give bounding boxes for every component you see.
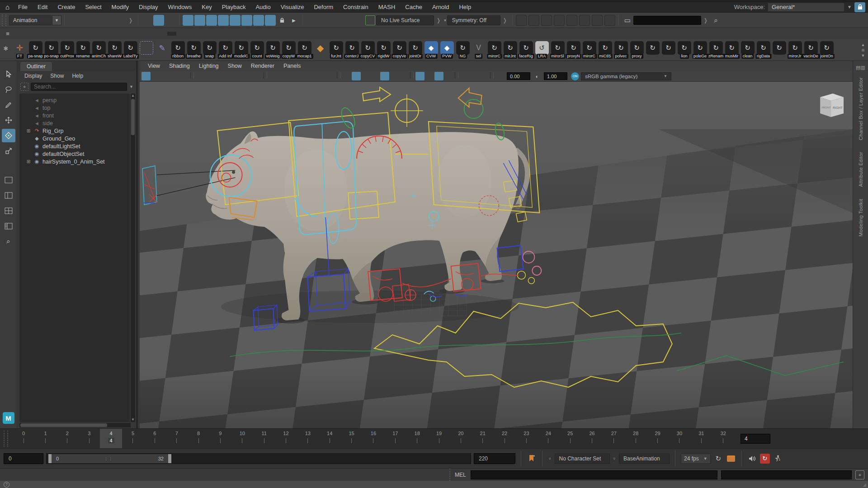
shelf-tab[interactable] bbox=[86, 32, 95, 36]
selection-mask-button[interactable] bbox=[165, 15, 176, 26]
playback-loop-button[interactable]: ↻ bbox=[713, 454, 723, 464]
outliner-item[interactable]: Ground_Geo bbox=[19, 135, 130, 142]
current-frame-field[interactable]: 4 bbox=[741, 434, 770, 444]
shelf-button[interactable]: miCtlS bbox=[597, 41, 613, 60]
viewport-menu-item[interactable]: Show bbox=[223, 62, 246, 70]
viewport-toolbar-button[interactable] bbox=[410, 72, 414, 79]
timeline-frame[interactable]: 1 bbox=[34, 429, 56, 448]
viewport-toolbar-button[interactable] bbox=[352, 72, 361, 80]
sidebar-vertical-tab[interactable]: Attribute Editor bbox=[858, 152, 863, 187]
viewport-toolbar-button[interactable] bbox=[380, 72, 389, 80]
help-icon[interactable]: ? bbox=[4, 482, 9, 488]
shelf-tab[interactable] bbox=[167, 32, 176, 36]
shelf-button[interactable]: Add Inf bbox=[217, 41, 233, 60]
timeline-frame[interactable]: 4 4 bbox=[100, 429, 122, 448]
shelf-button[interactable] bbox=[312, 41, 328, 60]
playback-button[interactable] bbox=[776, 437, 779, 440]
history-button[interactable] bbox=[330, 15, 340, 26]
playback-range[interactable]: 0 ⋮⋮ 32 bbox=[48, 454, 171, 463]
viewport-toolbar-button[interactable] bbox=[234, 72, 243, 80]
render-button[interactable] bbox=[566, 15, 577, 26]
render-button[interactable] bbox=[541, 15, 552, 26]
snap-button[interactable] bbox=[206, 15, 217, 26]
viewport-toolbar-button[interactable] bbox=[495, 72, 505, 80]
menu-item[interactable]: Display bbox=[134, 3, 163, 11]
viewport-toolbar-button[interactable] bbox=[243, 72, 252, 80]
viewport-toolbar-button[interactable] bbox=[425, 72, 434, 80]
viewport-toolbar-button[interactable] bbox=[297, 72, 307, 80]
timeline-frame[interactable]: 16 bbox=[363, 429, 384, 448]
shelf-button[interactable]: po-snap bbox=[43, 41, 59, 60]
animation-preferences-button[interactable] bbox=[773, 454, 783, 464]
file-button[interactable] bbox=[103, 15, 114, 26]
layout-single-pane-button[interactable] bbox=[2, 173, 15, 187]
filter-icon[interactable]: ⌖ bbox=[20, 83, 28, 91]
sidebar-mini-icon[interactable]: ▤ bbox=[856, 65, 860, 70]
shelf-tab[interactable] bbox=[131, 32, 140, 36]
shelf-tab[interactable] bbox=[158, 32, 167, 36]
shelf-tab[interactable] bbox=[185, 32, 194, 36]
viewport-toolbar-button[interactable] bbox=[342, 72, 351, 80]
viewport-toolbar-button[interactable] bbox=[170, 72, 179, 80]
render-button[interactable] bbox=[604, 15, 615, 26]
outliner-item[interactable]: front bbox=[19, 112, 130, 119]
shelf-tab[interactable] bbox=[59, 32, 68, 36]
outliner-menu-item[interactable]: Show bbox=[46, 72, 68, 80]
shelf-button[interactable]: vacinDe bbox=[803, 41, 819, 60]
exposure-field[interactable]: 0.00 bbox=[507, 72, 530, 80]
shelf-button[interactable]: shareW bbox=[107, 41, 123, 60]
viewport-menu-item[interactable]: Panels bbox=[279, 62, 305, 70]
shelf-button[interactable]: proxyN bbox=[566, 41, 581, 60]
shelf-button[interactable] bbox=[771, 41, 787, 60]
chevron-down-icon[interactable]: ▼ bbox=[129, 84, 133, 89]
shelf-button[interactable]: faceRig bbox=[518, 41, 534, 60]
outliner-vscrollbar[interactable]: ▲▼ bbox=[131, 94, 135, 422]
chevron-down-icon[interactable]: ▾ bbox=[444, 18, 446, 23]
character-set-dropdown[interactable]: No Character Set bbox=[555, 454, 610, 464]
timeline-frame[interactable]: 0 bbox=[13, 429, 34, 448]
shelf-tab[interactable] bbox=[41, 32, 50, 36]
selection-mask-button[interactable] bbox=[153, 15, 164, 26]
sidebar-toggle-button[interactable] bbox=[827, 15, 838, 26]
menu-item[interactable]: Edit bbox=[33, 3, 52, 11]
snap-button[interactable] bbox=[253, 15, 264, 26]
shelf-button[interactable] bbox=[645, 41, 660, 60]
view-cube[interactable]: FRONT RIGHT bbox=[820, 94, 844, 117]
timeline-grip[interactable] bbox=[4, 431, 8, 446]
menu-item[interactable]: Key bbox=[197, 3, 217, 11]
layout-two-pane-button[interactable] bbox=[2, 188, 15, 202]
shelf-tab[interactable] bbox=[122, 32, 131, 36]
timeline-frame[interactable]: 2 bbox=[57, 429, 78, 448]
shelf-tab[interactable] bbox=[176, 32, 185, 36]
zoom-tool[interactable]: ⌕ bbox=[2, 235, 15, 248]
sidebar-toggle-button[interactable] bbox=[853, 15, 864, 26]
snap-button[interactable] bbox=[218, 15, 229, 26]
history-button[interactable] bbox=[318, 15, 329, 26]
outliner-search-input[interactable] bbox=[31, 83, 127, 91]
colorspace-dropdown[interactable]: sRGB gamma (legacy) ▼ bbox=[581, 72, 671, 80]
history-button[interactable] bbox=[365, 15, 376, 26]
playback-button[interactable] bbox=[860, 437, 863, 440]
layout-four-pane-button[interactable] bbox=[2, 204, 15, 217]
scroll-down-icon[interactable]: ▼ bbox=[861, 53, 865, 58]
viewport-toolbar-button[interactable] bbox=[490, 72, 494, 79]
select-tool[interactable] bbox=[2, 67, 15, 81]
timeline-frame[interactable]: 31 bbox=[690, 429, 712, 448]
viewport-menu-item[interactable]: Shading bbox=[165, 62, 194, 70]
render-button[interactable] bbox=[554, 15, 565, 26]
sidebar-mini-icon[interactable]: ▥ bbox=[861, 65, 865, 70]
timeline-frame[interactable]: 6 bbox=[144, 429, 165, 448]
timeline-frame[interactable]: 27 bbox=[603, 429, 625, 448]
render-button[interactable] bbox=[528, 15, 539, 26]
expand-icon[interactable]: ⊞ bbox=[26, 128, 31, 133]
snap-button[interactable] bbox=[194, 15, 205, 26]
viewport-toolbar-button[interactable] bbox=[455, 72, 458, 79]
color-management-toggle[interactable]: ON bbox=[571, 72, 579, 80]
render-button[interactable] bbox=[516, 15, 527, 26]
shelf-button[interactable]: FT bbox=[12, 41, 28, 60]
range-grip[interactable]: ⋮⋮ bbox=[104, 456, 113, 461]
shelf-button[interactable]: polvec bbox=[613, 41, 629, 60]
shelf-button[interactable]: mirorC bbox=[486, 41, 502, 60]
animation-end-field[interactable]: 220 bbox=[474, 453, 515, 464]
viewport-toolbar-button[interactable] bbox=[253, 72, 262, 80]
